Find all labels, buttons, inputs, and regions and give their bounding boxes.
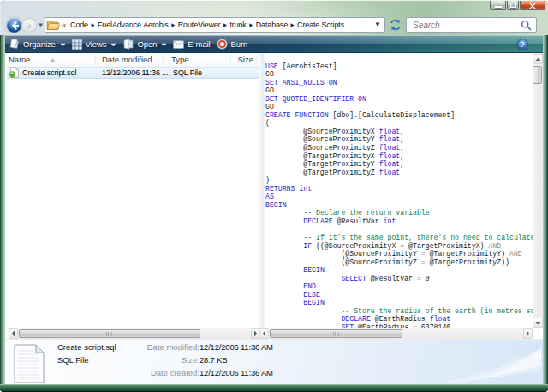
scroll-right-button[interactable] <box>523 328 533 339</box>
column-header-size[interactable]: Size <box>231 53 257 67</box>
code-line: @TargetProximityZ float <box>265 169 533 177</box>
swoosh-decoration <box>406 340 543 386</box>
minimize-icon <box>495 6 502 8</box>
scroll-down-button[interactable] <box>533 318 543 328</box>
maximize-icon <box>510 3 516 8</box>
code-line: ) <box>265 176 533 185</box>
column-headers: NameDate modifiedTypeSize <box>7 53 259 67</box>
code-line: SET QUOTED_IDENTIFIER ON <box>265 95 533 104</box>
breadcrumb-separator: ▸ <box>291 21 295 29</box>
forward-button[interactable] <box>22 19 36 33</box>
scrollbar-thumb[interactable] <box>19 329 200 338</box>
toolbar-button-label: Organize <box>23 39 56 49</box>
file-row[interactable]: Create script.sql12/12/2006 11:36 ...SQL… <box>7 67 259 79</box>
breadcrumb-separator: ▸ <box>171 21 175 29</box>
forward-arrow-icon <box>26 22 33 30</box>
code-line: BEGIN <box>265 201 533 210</box>
email-icon <box>173 40 184 49</box>
code-line: DECLARE @ResultVar int <box>265 217 533 226</box>
code-line: CREATE FUNCTION [dbo].[CalculateDisplace… <box>265 111 533 120</box>
search-box[interactable]: Search <box>406 17 537 33</box>
burn-button[interactable]: Burn <box>217 36 248 52</box>
toolbar-button-label: Burn <box>231 39 248 49</box>
breadcrumb-segment[interactable]: Database <box>253 21 290 29</box>
preview-vertical-scrollbar[interactable] <box>533 53 543 328</box>
dropdown-caret-icon <box>110 39 116 49</box>
code-line: USE [AerobisTest] <box>265 62 533 71</box>
file-name: Create script.sql <box>20 68 96 77</box>
details-field-value: 28.7 KB <box>200 355 227 365</box>
command-toolbar: OrganizeViewsOpenE-mailBurn ? <box>4 35 544 53</box>
preview-horizontal-scrollbar[interactable] <box>259 328 533 339</box>
preview-pane: USE [AerobisTest]GOSET ANSI_NULLS ONGOSE… <box>265 53 533 328</box>
address-dropdown-button[interactable]: ▼ <box>371 18 384 32</box>
scroll-up-button[interactable] <box>533 54 543 64</box>
address-bar-row: « Code▸FuelAdvance.Aerobis▸RouteViewer▸t… <box>0 15 548 35</box>
file-list-horizontal-scrollbar[interactable] <box>9 328 260 339</box>
code-line <box>265 225 533 234</box>
content-area: NameDate modifiedTypeSize Create script.… <box>5 53 543 339</box>
column-header-date-modified[interactable]: Date modified <box>96 53 164 67</box>
breadcrumb-segment[interactable]: Code <box>68 21 92 29</box>
breadcrumb-separator: ▸ <box>91 21 94 29</box>
breadcrumb-overflow-chevron[interactable]: « <box>62 21 67 30</box>
details-field-label: Size: <box>105 355 200 365</box>
code-line: -- If it's the same point, there's no ne… <box>265 234 533 242</box>
maximize-button[interactable] <box>507 1 519 10</box>
code-line: BEGIN <box>265 299 533 307</box>
code-line: GO <box>265 86 533 95</box>
close-button[interactable] <box>520 1 545 10</box>
code-line: (@SourceProximityZ = @TargetProximityZ)) <box>265 258 533 267</box>
scrollbar-thumb[interactable] <box>533 66 542 84</box>
toolbar-button-label: Views <box>86 39 107 49</box>
back-button[interactable] <box>7 18 21 33</box>
scroll-left-button[interactable] <box>259 328 269 339</box>
open-button[interactable]: Open <box>122 36 167 52</box>
toolbar-button-label: Open <box>137 39 157 49</box>
code-line: IF ((@SourceProximityX = @TargetProximit… <box>265 242 533 251</box>
column-header-type[interactable]: Type <box>164 53 231 67</box>
code-line: @TargetProximityY float, <box>265 160 533 169</box>
code-line: -- Declare the return variable <box>265 209 533 217</box>
code-line: AS <box>265 193 533 201</box>
breadcrumb-separator: ▸ <box>223 21 227 29</box>
breadcrumb-segment[interactable]: RouteViewer <box>175 21 223 29</box>
code-line: @TargetProximityX float, <box>265 152 533 161</box>
window-controls <box>490 1 545 10</box>
details-file-type: SQL File <box>57 355 89 365</box>
email-button[interactable]: E-mail <box>173 36 210 52</box>
code-line: GO <box>265 70 533 79</box>
code-line: RETURNS int <box>265 185 533 193</box>
views-button[interactable]: Views <box>72 36 117 52</box>
help-button[interactable]: ? <box>516 39 528 52</box>
address-breadcrumb-box[interactable]: « Code▸FuelAdvance.Aerobis▸RouteViewer▸t… <box>45 17 385 33</box>
dropdown-caret-icon <box>161 39 167 49</box>
window-border-bottom <box>0 384 548 392</box>
column-header-label: Name <box>9 55 30 64</box>
svg-text:?: ? <box>520 39 525 49</box>
code-line: ELSE <box>265 291 533 300</box>
column-header-label: Size <box>238 55 253 64</box>
breadcrumb: Code▸FuelAdvance.Aerobis▸RouteViewer▸tru… <box>68 21 371 29</box>
window-border-left <box>0 35 5 384</box>
folder-icon <box>46 19 60 31</box>
organize-icon <box>9 39 20 50</box>
breadcrumb-segment[interactable]: trunk <box>227 21 249 29</box>
column-header-name[interactable]: Name <box>7 53 96 67</box>
details-field-value: 12/12/2006 11:36 AM <box>200 342 273 352</box>
breadcrumb-separator: ▸ <box>249 21 253 29</box>
minimize-button[interactable] <box>490 1 506 10</box>
organize-button[interactable]: Organize <box>9 36 66 52</box>
scrollbar-thumb[interactable] <box>270 329 402 338</box>
open-icon <box>122 39 134 50</box>
breadcrumb-segment[interactable]: FuelAdvance.Aerobis <box>95 21 172 29</box>
pane-splitter[interactable] <box>259 53 265 339</box>
breadcrumb-segment[interactable]: Create Scripts <box>295 21 348 29</box>
details-pane: Create script.sql SQL File Date modified… <box>5 339 543 384</box>
toolbar-button-label: E-mail <box>188 39 210 49</box>
refresh-button[interactable] <box>388 17 403 33</box>
scroll-left-button[interactable] <box>9 328 18 339</box>
search-icon[interactable] <box>521 20 532 31</box>
code-line: SELECT @ResultVar = 0 <box>265 275 533 283</box>
history-dropdown-chevron[interactable] <box>38 23 44 27</box>
